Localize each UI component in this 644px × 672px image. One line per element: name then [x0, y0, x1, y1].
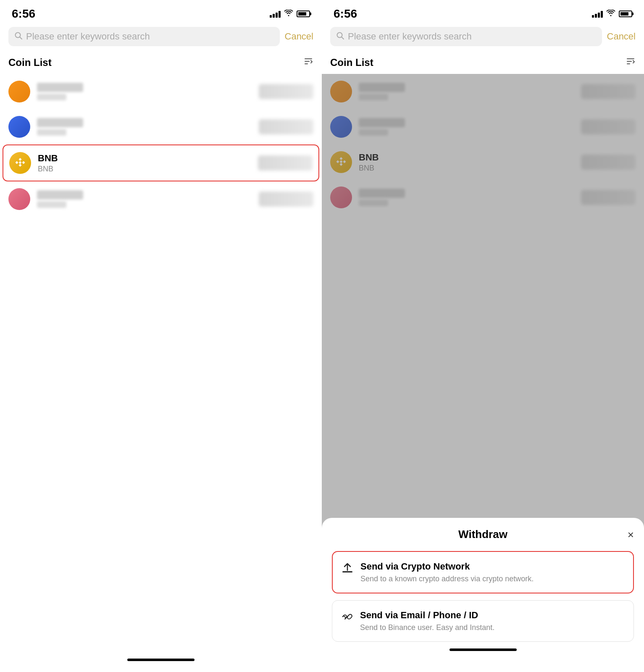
right-cancel-button[interactable]: Cancel: [607, 31, 636, 42]
coin-blur-sub: [37, 129, 66, 136]
coin-avatar: [8, 188, 30, 210]
link-icon: [341, 611, 353, 626]
right-status-bar: 6:56: [322, 0, 644, 24]
left-home-indicator: [127, 659, 195, 661]
left-coin-list-title: Coin List: [8, 57, 52, 68]
right-search-input-container[interactable]: Please enter keywords search: [330, 27, 602, 46]
list-item[interactable]: [8, 74, 313, 109]
left-search-input-container[interactable]: Please enter keywords search: [8, 27, 280, 46]
right-search-bar: Please enter keywords search Cancel: [322, 24, 644, 50]
sort-icon[interactable]: [303, 56, 313, 69]
wifi-icon: [284, 10, 293, 18]
right-coin-list-title: Coin List: [330, 57, 373, 68]
bnb-ticker: BNB: [38, 165, 251, 173]
svg-point-0: [16, 32, 21, 37]
bottom-sheet-title: Withdraw: [458, 528, 507, 541]
coin-blur-name: [37, 83, 83, 92]
right-home-indicator: [449, 648, 517, 651]
coin-blur-right: [259, 119, 313, 134]
email-phone-option[interactable]: Send via Email / Phone / ID Send to Bina…: [332, 600, 634, 642]
left-phone-panel: 6:56: [0, 0, 322, 672]
coin-info: [37, 118, 252, 136]
crypto-network-option[interactable]: Send via Crypto Network Send to a known …: [332, 551, 634, 593]
right-search-icon: [336, 32, 344, 42]
bottom-sheet-header: Withdraw ×: [332, 528, 634, 541]
right-panel-content: BNB BNB Withdraw ×: [322, 74, 644, 672]
right-sort-icon[interactable]: [626, 56, 636, 69]
list-item[interactable]: [8, 181, 313, 217]
right-signal-icon: [592, 10, 603, 18]
email-phone-desc: Send to Binance user. Easy and Instant.: [360, 623, 494, 632]
crypto-network-title: Send via Crypto Network: [360, 561, 534, 572]
right-search-placeholder: Please enter keywords search: [348, 31, 472, 42]
bnb-list-item[interactable]: BNB BNB: [3, 144, 319, 181]
coin-blur-sub: [37, 94, 66, 100]
left-coin-list-header: Coin List: [0, 50, 322, 74]
right-battery-icon: [619, 10, 632, 17]
right-status-time: 6:56: [334, 7, 357, 21]
coin-blur-name: [37, 118, 83, 127]
list-item[interactable]: [8, 109, 313, 144]
left-search-placeholder: Please enter keywords search: [26, 31, 150, 42]
coin-info: [37, 83, 252, 100]
close-button[interactable]: ×: [628, 529, 634, 540]
right-status-icons: [592, 10, 632, 18]
right-coin-list-header: Coin List: [322, 50, 644, 74]
left-status-bar: 6:56: [0, 0, 322, 24]
bnb-info: BNB BNB: [38, 153, 251, 173]
left-cancel-button[interactable]: Cancel: [285, 31, 313, 42]
coin-avatar: [8, 116, 30, 138]
bnb-avatar: [9, 152, 31, 174]
upload-icon: [341, 562, 354, 578]
left-coin-list: BNB BNB: [0, 74, 322, 654]
withdraw-bottom-sheet: Withdraw × Send via Crypto Network Send …: [322, 518, 644, 672]
coin-blur-sub: [37, 201, 66, 208]
coin-blur-right: [259, 84, 313, 99]
right-wifi-icon: [606, 10, 615, 18]
left-status-icons: [270, 10, 310, 18]
battery-icon: [297, 10, 310, 17]
bnb-name: BNB: [38, 153, 251, 164]
coin-blur-right: [259, 192, 313, 207]
coin-blur-right: [258, 155, 313, 171]
signal-icon: [270, 10, 281, 18]
crypto-network-info: Send via Crypto Network Send to a known …: [360, 561, 534, 583]
crypto-network-desc: Send to a known crypto address via crypt…: [360, 575, 534, 583]
svg-point-1: [337, 33, 342, 38]
coin-avatar: [8, 81, 30, 102]
coin-info: [37, 190, 252, 208]
email-phone-info: Send via Email / Phone / ID Send to Bina…: [360, 610, 494, 632]
search-icon: [14, 32, 23, 42]
email-phone-title: Send via Email / Phone / ID: [360, 610, 494, 621]
coin-blur-name: [37, 190, 83, 200]
right-phone-panel: 6:56: [322, 0, 644, 672]
svg-rect-2: [342, 571, 352, 572]
left-search-bar: Please enter keywords search Cancel: [0, 24, 322, 50]
left-status-time: 6:56: [12, 7, 35, 21]
